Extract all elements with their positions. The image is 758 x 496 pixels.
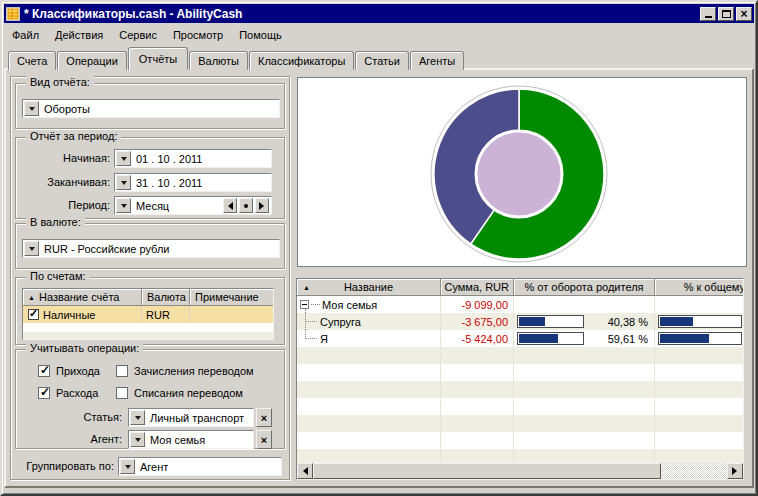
tab-classifiers[interactable]: Классификаторы	[249, 51, 354, 70]
menubar: Файл Действия Сервис Просмотр Помощь	[4, 25, 754, 45]
window-title: * Классификаторы.cash - AbilityCash	[24, 7, 242, 21]
agent-clear-button[interactable]: ×	[256, 430, 272, 449]
scrollbar-track[interactable]	[661, 463, 727, 479]
article-combo[interactable]: Личный транспорт	[128, 408, 254, 427]
row-name: Я	[320, 333, 328, 345]
dropdown-arrow-icon[interactable]	[116, 198, 131, 213]
clear-x-icon: ×	[261, 412, 267, 424]
tab-agents[interactable]: Агенты	[410, 51, 464, 70]
period-group-label: Отчёт за период:	[26, 130, 121, 142]
accounts-label: По счетам:	[26, 270, 90, 282]
row-name: Супруга	[320, 316, 361, 328]
prev-icon	[224, 202, 233, 210]
sort-asc-icon: ▲	[28, 294, 35, 301]
empty-row	[297, 398, 743, 415]
clear-x-icon: ×	[261, 434, 267, 446]
reports-tab-page: Вид отчёта: Обороты Отчёт за период: Нач…	[4, 68, 754, 488]
period-step-label: Период:	[18, 196, 110, 215]
menu-view[interactable]: Просмотр	[165, 27, 231, 43]
dropdown-arrow-icon[interactable]	[24, 101, 39, 116]
scroll-right-icon	[732, 467, 741, 475]
accounts-col-name[interactable]: ▲Название счёта	[23, 289, 142, 306]
menu-service[interactable]: Сервис	[111, 27, 165, 43]
maximize-icon	[722, 10, 731, 18]
agent-combo[interactable]: Моя семья	[128, 430, 254, 449]
scroll-right-button[interactable]	[727, 463, 743, 479]
operations-group: Учитывать операции: Прихода Зачисления п…	[15, 349, 285, 449]
close-icon: ×	[740, 9, 747, 19]
transfer-in-checkbox[interactable]	[116, 365, 128, 377]
col-name[interactable]: ▲ Название	[297, 279, 441, 296]
pie-chart	[298, 78, 746, 266]
accounts-col-currency[interactable]: Валюта	[142, 289, 190, 306]
period-step-value: Месяц	[132, 200, 169, 212]
article-value: Личный транспорт	[146, 412, 244, 424]
scroll-left-button[interactable]	[297, 463, 313, 479]
prev-period-button[interactable]	[223, 198, 237, 213]
chart-panel	[297, 77, 747, 267]
dropdown-arrow-icon[interactable]	[130, 410, 145, 425]
collapse-minus-icon[interactable]	[300, 300, 309, 309]
scrollbar-thumb[interactable]	[313, 463, 661, 479]
article-label: Статья:	[18, 408, 122, 427]
report-row-child[interactable]: Супруга -3 675,00 40,38 %	[297, 313, 743, 330]
empty-row	[23, 332, 273, 340]
pct-parent-value: 40,38 %	[584, 316, 654, 328]
titlebar: * Классификаторы.cash - AbilityCash ×	[4, 4, 754, 23]
empty-row	[297, 364, 743, 381]
menu-help[interactable]: Помощь	[231, 27, 290, 43]
dropdown-arrow-icon[interactable]	[24, 241, 39, 256]
report-row-child[interactable]: Я -5 424,00 59,61 %	[297, 330, 743, 347]
income-checkbox[interactable]	[38, 365, 50, 377]
account-row[interactable]: Наличные RUR	[23, 306, 273, 323]
dropdown-arrow-icon[interactable]	[116, 175, 131, 190]
minimize-button[interactable]	[700, 7, 716, 21]
col-pct-parent[interactable]: % от оборота родителя	[514, 279, 655, 296]
tab-accounts[interactable]: Счета	[8, 51, 56, 70]
col-sum[interactable]: Сумма, RUR	[441, 279, 514, 296]
tab-reports[interactable]: Отчёты	[128, 47, 188, 70]
col-pct-total[interactable]: % к общему	[655, 279, 744, 296]
expense-checkbox[interactable]	[38, 387, 50, 399]
accounts-table-header: ▲Название счёта Валюта Примечание	[23, 289, 273, 306]
menu-actions[interactable]: Действия	[47, 27, 111, 43]
tab-operations[interactable]: Операции	[57, 51, 126, 70]
next-period-button[interactable]	[255, 198, 269, 213]
report-row-parent[interactable]: Моя семья -9 099,00	[297, 296, 743, 313]
transfer-in-checkbox-label: Зачисления переводом	[134, 364, 254, 378]
group-by-label: Группировать по:	[18, 457, 114, 476]
group-by-combo[interactable]: Агент	[118, 457, 282, 476]
article-clear-button[interactable]: ×	[256, 408, 272, 427]
dropdown-arrow-icon[interactable]	[130, 432, 145, 447]
currency-value: RUR - Российские рубли	[40, 243, 170, 255]
period-step-combo[interactable]: Месяц	[114, 196, 272, 215]
close-button[interactable]: ×	[736, 7, 752, 21]
account-name: Наличные	[43, 309, 95, 321]
start-date-value: 01 . 10 . 2011	[132, 153, 202, 165]
current-icon	[244, 204, 248, 208]
accounts-col-note[interactable]: Примечание	[190, 289, 273, 306]
end-date-combo[interactable]: 31 . 10 . 2011	[114, 173, 272, 192]
empty-row	[23, 323, 273, 332]
tree-dots	[311, 304, 320, 305]
report-type-combo[interactable]: Обороты	[22, 99, 280, 118]
menu-file[interactable]: Файл	[4, 27, 47, 43]
dropdown-arrow-icon[interactable]	[116, 151, 131, 166]
transfer-out-checkbox[interactable]	[116, 387, 128, 399]
current-period-button[interactable]	[239, 198, 253, 213]
pct-parent-bar	[517, 315, 584, 328]
agent-value: Моя семья	[146, 434, 205, 446]
tab-articles[interactable]: Статьи	[355, 51, 409, 70]
scroll-left-icon	[299, 467, 308, 475]
account-checkbox[interactable]	[28, 309, 39, 320]
horizontal-scrollbar[interactable]	[297, 463, 743, 479]
tab-currencies[interactable]: Валюты	[189, 51, 248, 70]
currency-combo[interactable]: RUR - Российские рубли	[22, 239, 280, 258]
end-date-value: 31 . 10 . 2011	[132, 177, 202, 189]
report-type-value: Обороты	[40, 103, 90, 115]
accounts-table: ▲Название счёта Валюта Примечание Наличн…	[22, 288, 274, 340]
maximize-button[interactable]	[718, 7, 734, 21]
dropdown-arrow-icon[interactable]	[120, 459, 135, 474]
row-sum: -5 424,00	[441, 330, 514, 347]
start-date-combo[interactable]: 01 . 10 . 2011	[114, 149, 272, 168]
